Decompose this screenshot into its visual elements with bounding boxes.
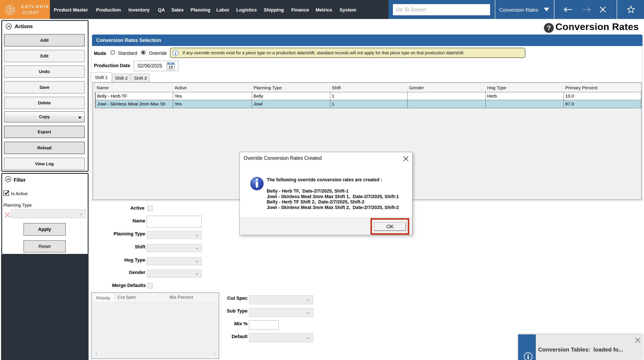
svg-text:15: 15 (168, 65, 173, 69)
svg-text:i: i (175, 50, 176, 56)
svg-text:?: ? (547, 24, 551, 32)
